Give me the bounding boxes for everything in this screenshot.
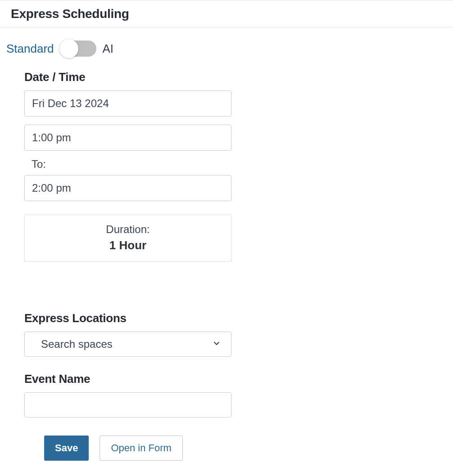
locations-select[interactable]: Search spaces — [24, 332, 231, 357]
mode-label-ai[interactable]: AI — [103, 42, 114, 56]
content-area: Standard AI Date / Time To: Duration: 1 … — [0, 28, 453, 476]
duration-label: Duration: — [29, 223, 226, 236]
button-row: Save Open in Form — [24, 436, 231, 461]
toggle-knob — [59, 39, 78, 58]
mode-label-standard[interactable]: Standard — [6, 42, 54, 56]
save-button[interactable]: Save — [44, 436, 89, 461]
to-label: To: — [24, 158, 231, 171]
mode-toggle[interactable] — [60, 40, 96, 57]
header-bar: Express Scheduling — [0, 0, 453, 28]
date-input[interactable] — [24, 90, 231, 117]
locations-select-wrap: Search spaces — [24, 332, 231, 357]
open-in-form-button[interactable]: Open in Form — [100, 436, 183, 461]
event-name-input[interactable] — [24, 392, 231, 418]
form-block: Date / Time To: Duration: 1 Hour Express… — [6, 70, 231, 461]
start-time-input[interactable] — [24, 125, 231, 151]
locations-heading: Express Locations — [24, 311, 231, 325]
page-title: Express Scheduling — [11, 7, 442, 21]
duration-value: 1 Hour — [29, 238, 226, 252]
mode-toggle-row: Standard AI — [6, 40, 447, 57]
datetime-heading: Date / Time — [24, 70, 231, 84]
duration-box: Duration: 1 Hour — [24, 215, 231, 262]
event-name-heading: Event Name — [24, 372, 231, 386]
end-time-input[interactable] — [24, 175, 231, 201]
